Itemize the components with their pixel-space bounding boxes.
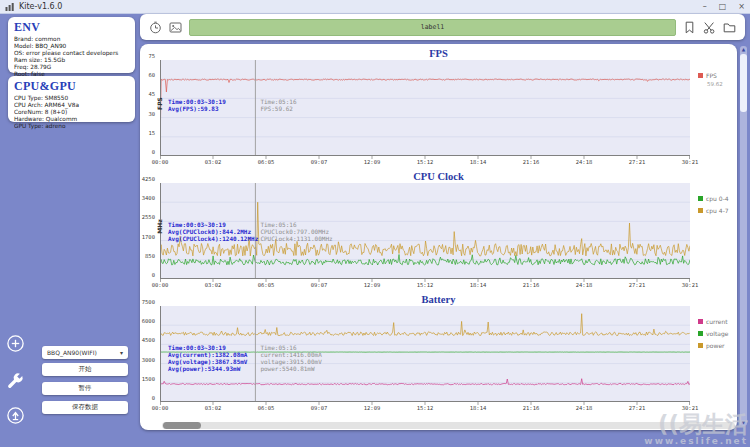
x-tick-label: 27:21 [629,159,646,165]
minimize-button[interactable]: – [703,2,707,12]
scroll-up-icon[interactable]: ▲ [740,46,747,53]
legend-value: 59.62 [707,81,723,87]
x-tick-label: 15:12 [417,159,434,165]
chart-fps: FPS FPS 01530456075 00:0003:0206:0509:07… [140,48,737,170]
x-tick-label: 09:07 [311,159,328,165]
add-button[interactable] [6,334,25,353]
y-tick-label: 7500 [142,299,155,305]
action-button[interactable]: 保存数据 [42,401,128,414]
legend-item-FPS[interactable]: FPS [698,72,723,79]
vertical-scrollbar[interactable]: ▲ ▼ [740,46,747,426]
y-axis-ticks: 015003000450060007500 [136,306,157,402]
summary-annotation: Time:00:03~30:19Avg(CPUClock0):844.2MHzA… [168,221,258,242]
action-button[interactable]: 开始 [42,363,128,376]
x-tick-label: 24:18 [576,405,593,411]
x-tick-label: 27:21 [629,405,646,411]
legend-item-cpu-4-7[interactable]: cpu 4-7 [698,207,729,214]
x-tick-label: 15:12 [417,282,434,288]
chart-legend: cpu 0-4cpu 4-7 [698,195,729,219]
x-tick-label: 00:00 [152,282,169,288]
env-info-line: Ram size: 15.5Gb [14,57,129,64]
x-tick-label: 12:09 [364,159,381,165]
screenshot-icon[interactable] [169,21,182,34]
x-tick-label: 12:09 [364,405,381,411]
upload-circle-icon [6,406,25,425]
timer-icon[interactable] [149,21,162,34]
maximize-button[interactable]: □ [719,2,727,12]
x-tick-label: 27:21 [629,282,646,288]
legend-item-current[interactable]: current [698,318,728,325]
close-button[interactable]: × [738,2,745,12]
app-logo-icon [5,2,15,11]
label-input[interactable]: label1 [189,19,676,36]
upload-button[interactable] [6,406,25,425]
title-bar: Kite-v1.6.0 – □ × [0,0,750,14]
y-tick-label: 30 [148,111,155,117]
y-axis-ticks: 08501700255034004250 [136,183,157,279]
y-tick-label: 45 [148,91,155,97]
legend-swatch [698,208,703,213]
y-tick-label: 3400 [142,195,155,201]
legend-item-cpu-0-4[interactable]: cpu 0-4 [698,195,729,202]
cursor-annotation: Time:05:16FPS:59.62 [260,98,296,112]
y-tick-label: 1700 [142,234,155,240]
legend-label: FPS [706,72,717,79]
action-buttons: 开始暂停保存数据 [42,363,128,420]
bookmark-icon[interactable] [683,21,696,34]
watermark-url: www.eslife.net [644,436,748,447]
action-button[interactable]: 暂停 [42,382,128,395]
add-circle-icon [6,334,25,353]
x-tick-label: 06:05 [258,405,275,411]
y-tick-label: 6000 [142,318,155,324]
summary-annotation: Time:00:03~30:19Avg(current):1382.08mAAv… [168,344,247,372]
x-tick-label: 09:07 [311,282,328,288]
env-info-line: Freq: 28.79G [14,64,129,71]
y-tick-label: 75 [148,53,155,59]
y-tick-label: 0 [152,272,155,278]
charts-panel: FPS FPS 01530456075 00:0003:0206:0509:07… [140,44,737,430]
horizontal-scrollbar-handle[interactable] [163,422,201,429]
y-axis-ticks: 01530456075 [136,60,157,156]
y-tick-label: 1500 [142,376,155,382]
chart-title: Battery [140,294,737,305]
app-window: Kite-v1.6.0 – □ × ENV Brand: commonModel… [0,0,750,447]
cpugpu-info-line: Hardware: Qualcomm [14,116,129,123]
chart-title: CPU Clock [140,171,737,182]
y-tick-label: 15 [148,130,155,136]
device-select-value: BBQ_AN90(WIFI) [47,349,97,356]
x-tick-label: 18:14 [470,405,487,411]
scroll-down-icon[interactable]: ▼ [740,419,747,426]
legend-swatch [698,73,703,78]
y-tick-label: 60 [148,72,155,78]
y-tick-label: 850 [145,253,155,259]
settings-button[interactable] [6,371,25,390]
label-text: label1 [421,23,444,31]
env-panel-title: ENV [14,20,129,35]
folder-icon[interactable] [723,21,736,34]
cpugpu-info-line: CoreNum: 8 (8+0) [14,109,129,116]
chart-legend: currentvoltagepower [698,318,728,354]
x-tick-label: 24:18 [576,159,593,165]
x-tick-label: 03:02 [205,282,222,288]
chart-legend: FPS59.62 [698,72,723,91]
chart-cpu-clock: CPU Clock MHz 08501700255034004250 00:00… [140,171,737,293]
horizontal-scrollbar[interactable] [162,422,735,429]
device-select[interactable]: BBQ_AN90(WIFI) ▾ [42,346,128,359]
x-tick-label: 21:16 [523,282,540,288]
x-tick-label: 03:02 [205,405,222,411]
x-tick-label: 30:21 [682,282,699,288]
x-tick-label: 00:00 [152,159,169,165]
cpugpu-info-line: GPU Type: adreno [14,123,129,130]
legend-item-power[interactable]: power [698,342,728,349]
x-axis-ticks: 00:0003:0206:0509:0712:0915:1218:1421:16… [160,282,690,290]
legend-swatch [698,196,703,201]
env-info-line: Brand: common [14,36,129,43]
cpugpu-info-lines: CPU Type: SM8550CPU Arch: ARM64_V8aCoreN… [14,95,129,130]
env-panel: ENV Brand: commonModel: BBQ_AN90OS: erro… [8,17,135,73]
legend-item-voltage[interactable]: voltage [698,330,728,337]
cpugpu-info-line: CPU Type: SM8550 [14,95,129,102]
x-tick-label: 09:07 [311,405,328,411]
vertical-scrollbar-handle[interactable] [740,54,747,112]
scissors-icon[interactable] [703,21,716,34]
cpugpu-info-line: CPU Arch: ARM64_V8a [14,102,129,109]
